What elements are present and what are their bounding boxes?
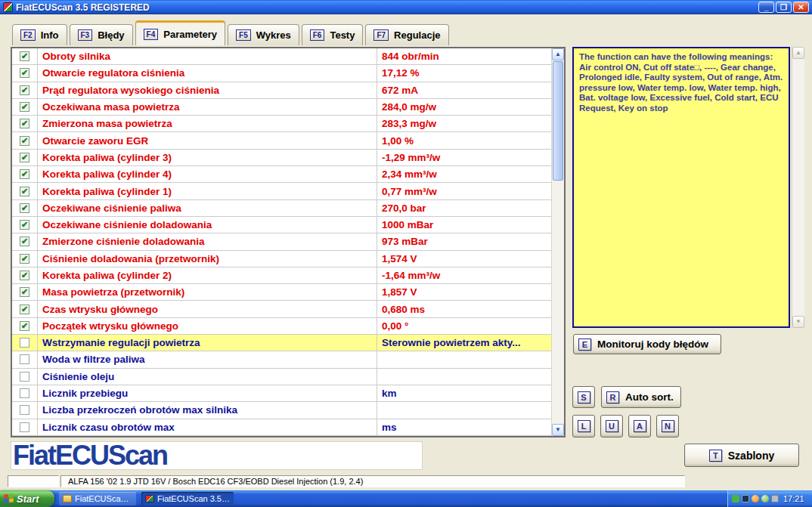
parameter-checkbox[interactable]: ✔ <box>12 318 37 334</box>
table-row[interactable]: ✔ Korekta paliwa (cylinder 2) -1,64 mm³/… <box>12 267 551 284</box>
tab-testy[interactable]: F6 Testy <box>302 24 364 45</box>
parameter-checkbox[interactable]: ✔ <box>12 183 37 199</box>
quick-key-buttons: L U A N <box>572 415 708 437</box>
key-badge-r: R <box>606 391 619 403</box>
parameter-checkbox[interactable]: ✔ <box>12 233 37 249</box>
table-row[interactable]: ✔ Korekta paliwa (cylinder 3) -1,29 mm³/… <box>12 150 551 166</box>
scroll-up-icon[interactable]: ▲ <box>552 48 564 60</box>
sort-button[interactable]: S <box>572 386 595 408</box>
tray-lime-ball-icon[interactable] <box>761 495 769 502</box>
parameter-checkbox[interactable]: ✔ <box>12 251 37 267</box>
table-row[interactable]: ✔ Zmierzona masa powietrza 283,3 mg/w <box>12 116 551 132</box>
table-row[interactable]: ✔ Obroty silnika 844 obr/min <box>12 48 551 65</box>
tab-wykres[interactable]: F5 Wykres <box>228 24 299 45</box>
parameter-checkbox[interactable]: ✔ <box>12 267 37 283</box>
tab-label: Testy <box>330 29 355 41</box>
table-row[interactable]: Wstrzymanie regulacji powietrza Sterowni… <box>12 335 551 351</box>
title-bar: FiatECUScan 3.5 REGISTERED _ ❐ ✕ <box>0 0 812 14</box>
parameter-checkbox[interactable]: ✔ <box>12 82 37 98</box>
tray-monitor-icon[interactable] <box>742 495 749 502</box>
table-row[interactable]: ✔ Ciśnienie doladowania (przetwornik) 1,… <box>12 251 551 267</box>
parameter-checkbox[interactable]: ✔ <box>12 284 37 300</box>
quick-button-n[interactable]: N <box>656 415 679 437</box>
tab-błędy[interactable]: F3 Błędy <box>70 24 133 45</box>
clock: 17:21 <box>783 494 804 503</box>
parameter-checkbox[interactable]: ✔ <box>12 132 37 148</box>
tray-orange-ball-icon[interactable] <box>752 495 759 502</box>
table-row[interactable]: Ciśnienie oleju <box>12 369 551 385</box>
tab-parametery[interactable]: F4 Parametery <box>135 20 226 45</box>
parameter-value <box>377 369 551 385</box>
parameter-checkbox[interactable]: ✔ <box>12 99 37 115</box>
scroll-down-icon[interactable]: ▼ <box>552 424 564 436</box>
parameter-value: 844 obr/min <box>377 48 551 64</box>
table-row[interactable]: Liczba przekroczeń obrotów max silnika <box>12 402 551 419</box>
tray-shield-icon[interactable] <box>732 495 739 502</box>
parameter-checkbox[interactable] <box>12 335 37 351</box>
parameter-checkbox[interactable]: ✔ <box>12 48 37 64</box>
parameter-checkbox[interactable] <box>12 402 37 418</box>
table-row[interactable]: ✔ Oczekiwane ciśnienie paliwa 270,0 bar <box>12 200 551 217</box>
close-button[interactable]: ✕ <box>793 2 809 13</box>
quick-button-l[interactable]: L <box>572 415 595 437</box>
parameter-name: Wstrzymanie regulacji powietrza <box>37 335 377 351</box>
minimize-button[interactable]: _ <box>758 2 774 13</box>
parameter-name: Czas wtrysku głównego <box>37 301 377 317</box>
parameter-checkbox[interactable]: ✔ <box>12 150 37 165</box>
parameter-checkbox[interactable]: ✔ <box>12 217 37 233</box>
table-row[interactable]: Licznik przebiegu km <box>12 385 551 402</box>
quick-button-a[interactable]: A <box>628 415 651 437</box>
table-row[interactable]: Woda w filtrze paliwa <box>12 351 551 368</box>
monitor-error-codes-button[interactable]: E Monitoruj kody błędów <box>573 334 721 354</box>
parameter-checkbox[interactable]: ✔ <box>12 200 37 216</box>
table-row[interactable]: ✔ Oczekiwana masa powietrza 284,0 mg/w <box>12 99 551 116</box>
parameter-checkbox[interactable]: ✔ <box>12 116 37 131</box>
table-row[interactable]: ✔ Otwarcie regulatora ciśnienia 17,12 % <box>12 65 551 82</box>
tab-info[interactable]: F2 Info <box>12 24 67 45</box>
table-row[interactable]: ✔ Otwarcie zaworu EGR 1,00 % <box>12 132 551 149</box>
infobox-scroll-down-icon[interactable]: ▼ <box>792 316 804 328</box>
table-row[interactable]: Licznik czasu obrotów max ms <box>12 419 551 436</box>
key-badge-e: E <box>578 339 591 351</box>
table-row[interactable]: ✔ Korekta paliwa (cylinder 1) 0,77 mm³/w <box>12 183 551 199</box>
tray-device-icon[interactable] <box>771 495 779 502</box>
table-row[interactable]: ✔ Oczekiwane ciśnienie doladowania 1000 … <box>12 217 551 233</box>
table-row[interactable]: ✔ Zmierzone ciśnienie doladowania 973 mB… <box>12 233 551 250</box>
folder-icon <box>63 495 72 502</box>
auto-sort-button[interactable]: R Auto sort. <box>601 386 681 408</box>
infobox-scroll-up-icon[interactable]: ▲ <box>792 47 804 59</box>
parameter-checkbox[interactable]: ✔ <box>12 301 37 317</box>
scrollbar-thumb[interactable] <box>553 61 563 181</box>
parameter-name: Korekta paliwa (cylinder 3) <box>37 150 377 165</box>
function-meaning-infobox: The function can have the following mean… <box>572 47 790 328</box>
quick-button-u[interactable]: U <box>600 415 623 437</box>
parameter-value: 270,0 bar <box>377 200 551 216</box>
table-row[interactable]: ✔ Początek wtrysku głównego 0,00 ° <box>12 318 551 335</box>
tab-key-badge: F2 <box>20 29 36 41</box>
key-badge: N <box>662 420 674 432</box>
infobox-scrollbar[interactable]: ▲ ▼ <box>792 47 804 328</box>
parameter-checkbox[interactable] <box>12 369 37 385</box>
templates-button[interactable]: T Szablony <box>684 444 799 467</box>
parameter-checkbox[interactable]: ✔ <box>12 65 37 81</box>
taskbar-task-button[interactable]: FiatECUScan 3.5 PEL... <box>59 492 136 505</box>
table-row[interactable]: ✔ Masa powietrza (przetwornik) 1,857 V <box>12 284 551 301</box>
restore-button[interactable]: ❐ <box>776 2 792 13</box>
table-scrollbar[interactable]: ▲ ▼ <box>551 48 564 436</box>
parameter-name: Otwarcie regulatora ciśnienia <box>37 65 377 81</box>
taskbar-task-button[interactable]: FiatECUScan 3.5 REG... <box>141 492 234 505</box>
table-row[interactable]: ✔ Prąd regulatora wysokiego ciśnienia 67… <box>12 82 551 99</box>
tab-regulacje[interactable]: F7 Regulacje <box>365 24 448 45</box>
parameter-name: Woda w filtrze paliwa <box>37 351 377 367</box>
parameter-checkbox[interactable] <box>12 385 37 401</box>
parameter-name: Licznik przebiegu <box>37 385 377 401</box>
table-row[interactable]: ✔ Korekta paliwa (cylinder 4) 2,34 mm³/w <box>12 166 551 183</box>
logo-text: FiatECUScan <box>11 443 167 468</box>
parameter-checkbox[interactable] <box>12 351 37 367</box>
start-label: Start <box>17 493 39 505</box>
table-row[interactable]: ✔ Czas wtrysku głównego 0,680 ms <box>12 301 551 317</box>
tab-bar: F2 Info F3 Błędy F4 Parametery F5 Wykres… <box>12 22 449 45</box>
start-button[interactable]: Start <box>0 490 54 507</box>
parameter-checkbox[interactable]: ✔ <box>12 166 37 182</box>
parameter-checkbox[interactable] <box>12 419 37 435</box>
